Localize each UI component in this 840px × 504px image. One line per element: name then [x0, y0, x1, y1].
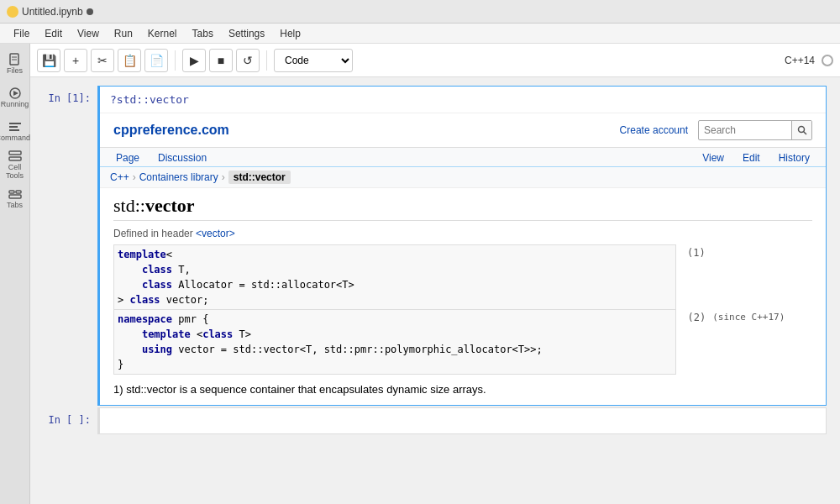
code-block-2: namespace pmr { template <class T> using… — [114, 310, 676, 375]
sidebar-item-commands[interactable]: Commands — [0, 114, 30, 148]
search-box — [698, 120, 812, 140]
breadcrumb: C++ › Containers library › std::vector — [100, 167, 826, 188]
breadcrumb-containers[interactable]: Containers library — [139, 171, 218, 183]
sidebar-item-running[interactable]: Running — [0, 81, 30, 114]
tab-edit[interactable]: Edit — [733, 148, 769, 167]
menu-tabs[interactable]: Tabs — [186, 26, 220, 41]
cell-1-input[interactable]: ?std::vector — [100, 87, 826, 113]
svg-rect-7 — [9, 129, 19, 131]
title-bar-title: Untitled.ipynb — [22, 6, 83, 18]
svg-rect-11 — [16, 191, 21, 193]
header-link[interactable]: <vector> — [196, 228, 235, 239]
sidebar-running-label: Running — [1, 101, 29, 109]
toolbar-right: C++14 — [785, 55, 833, 66]
left-sidebar: Files Running Commands Cell Tools Tabs — [0, 44, 30, 504]
article: std::vector Defined in header <vector> t… — [100, 188, 826, 405]
svg-rect-5 — [9, 123, 21, 124]
cppreference-widget: cppreference.com Create account — [100, 113, 826, 405]
menu-run[interactable]: Run — [108, 26, 139, 41]
svg-point-13 — [798, 127, 804, 133]
cell-2-content[interactable] — [97, 407, 827, 434]
create-account-link[interactable]: Create account — [620, 124, 688, 136]
cell-2-prompt: In [ ]: — [30, 407, 97, 434]
cells-container: In [1]: ?std::vector cppreference.com Cr… — [30, 77, 840, 504]
cell-1-content[interactable]: ?std::vector cppreference.com Create acc… — [97, 86, 827, 406]
defined-in-text: Defined in header — [113, 228, 193, 239]
svg-marker-4 — [13, 91, 18, 96]
cell-1: In [1]: ?std::vector cppreference.com Cr… — [30, 86, 840, 406]
search-input[interactable] — [699, 124, 791, 136]
main-layout: Files Running Commands Cell Tools Tabs 💾… — [0, 44, 840, 504]
cppreference-header: cppreference.com Create account — [100, 113, 826, 148]
code-block-1: template< class T, class Allocator = std… — [114, 245, 676, 310]
toolbar-separator-1 — [175, 50, 176, 71]
sidebar-item-tabs[interactable]: Tabs — [0, 181, 30, 215]
cell-2: In [ ]: — [30, 407, 840, 434]
code-table: template< class T, class Allocator = std… — [113, 244, 812, 375]
toolbar: 💾 + ✂ 📋 📄 ▶ ■ ↺ Code Markdown Raw C++14 — [30, 44, 840, 77]
breadcrumb-current: std::vector — [228, 171, 291, 184]
interrupt-button[interactable]: ■ — [209, 49, 233, 72]
title-bar: Untitled.ipynb — [0, 0, 840, 24]
cell-1-output: cppreference.com Create account — [100, 113, 826, 405]
tab-view[interactable]: View — [693, 148, 733, 167]
sidebar-item-cell-tools[interactable]: Cell Tools — [0, 148, 30, 181]
menu-edit[interactable]: Edit — [38, 26, 69, 41]
cell-type-select[interactable]: Code Markdown Raw — [274, 49, 353, 72]
menu-kernel[interactable]: Kernel — [141, 26, 184, 41]
sidebar-commands-label: Commands — [0, 134, 34, 143]
notebook-area: 💾 + ✂ 📋 📄 ▶ ■ ↺ Code Markdown Raw C++14 — [30, 44, 840, 504]
copy-cell-button[interactable]: 📋 — [118, 49, 141, 72]
cell-2-input[interactable] — [100, 408, 826, 422]
menu-view[interactable]: View — [71, 26, 106, 41]
search-button[interactable] — [791, 120, 811, 140]
tab-page[interactable]: Page — [107, 148, 149, 167]
svg-line-14 — [803, 132, 806, 135]
svg-rect-12 — [9, 195, 21, 198]
code-note-2: (since C++17) — [709, 310, 811, 375]
cut-cell-button[interactable]: ✂ — [91, 49, 114, 72]
menu-settings[interactable]: Settings — [222, 26, 271, 41]
code-row-1: template< class T, class Allocator = std… — [114, 245, 812, 310]
breadcrumb-cpp[interactable]: C++ — [110, 171, 129, 183]
description: 1) std::vector is a sequence container t… — [113, 381, 812, 398]
wiki-tabs: Page Discussion View Edit History — [100, 148, 826, 167]
defined-in: Defined in header <vector> — [113, 228, 812, 239]
kernel-name-label: C++14 — [785, 55, 815, 66]
tab-discussion[interactable]: Discussion — [149, 148, 216, 167]
menu-bar: File Edit View Run Kernel Tabs Settings … — [0, 24, 840, 44]
run-cell-button[interactable]: ▶ — [182, 49, 206, 72]
add-cell-button[interactable]: + — [64, 49, 87, 72]
menu-file[interactable]: File — [7, 26, 36, 41]
sidebar-tabs-label: Tabs — [7, 202, 23, 210]
article-title: std::vector — [113, 195, 812, 221]
code-number-2: (2) — [675, 310, 709, 375]
svg-rect-8 — [9, 151, 21, 155]
toolbar-separator-2 — [266, 50, 267, 71]
save-button[interactable]: 💾 — [37, 49, 60, 72]
kernel-status-circle — [822, 55, 833, 66]
sidebar-cell-tools-label: Cell Tools — [0, 164, 30, 181]
svg-rect-9 — [9, 157, 21, 160]
tab-history[interactable]: History — [769, 148, 819, 167]
paste-cell-button[interactable]: 📄 — [144, 49, 168, 72]
svg-rect-6 — [9, 126, 18, 128]
sidebar-files-label: Files — [7, 67, 23, 76]
menu-help[interactable]: Help — [273, 26, 307, 41]
restart-button[interactable]: ↺ — [236, 49, 260, 72]
sidebar-item-files[interactable]: Files — [0, 47, 30, 81]
code-row-2: namespace pmr { template <class T> using… — [114, 310, 812, 375]
cell-1-prompt: In [1]: — [30, 86, 97, 406]
title-bar-modified-dot — [87, 8, 93, 15]
svg-rect-10 — [9, 191, 14, 193]
cppreference-logo[interactable]: cppreference.com — [113, 123, 229, 138]
cppreference-header-right: Create account — [620, 120, 812, 140]
title-bar-icon — [7, 6, 18, 18]
code-number-1: (1) — [675, 245, 709, 310]
